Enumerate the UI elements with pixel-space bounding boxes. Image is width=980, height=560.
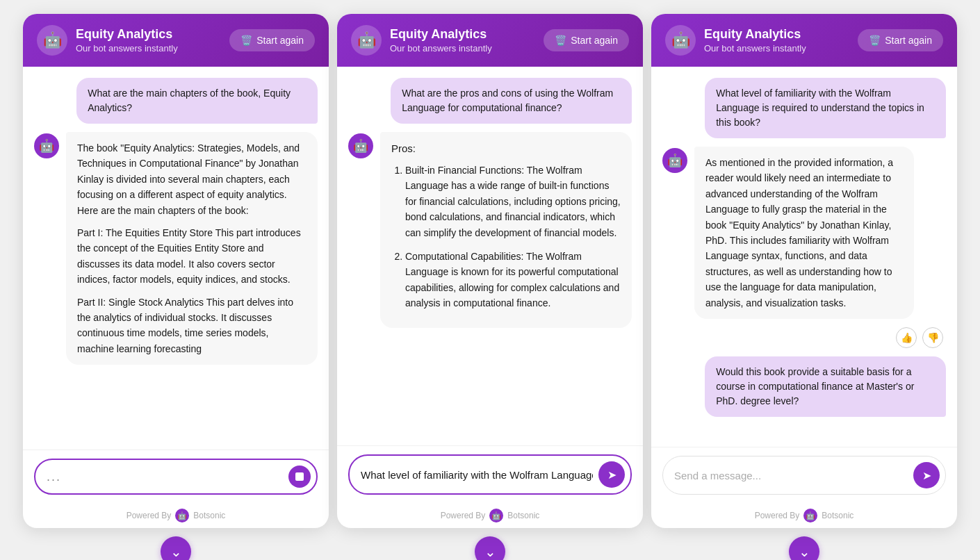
widget-wrapper-2: 🤖 Equity Analytics Our bot answers insta…	[337, 14, 643, 560]
input-wrapper-2: ➤	[348, 454, 632, 495]
botsonic-name-2: Botsonic	[507, 511, 539, 520]
scroll-down-button-1[interactable]: ⌄	[161, 536, 191, 560]
bot-message-2: Pros: Built-in Financial Functions: The …	[380, 132, 632, 328]
chat-widget-3: 🤖 Equity Analytics Our bot answers insta…	[651, 14, 957, 528]
start-again-label-3: Start again	[885, 35, 932, 46]
send-icon-3: ➤	[922, 469, 931, 482]
chevron-down-icon-2: ⌄	[484, 543, 496, 560]
user-message-3-0: What level of familiarity with the Wolfr…	[705, 78, 946, 138]
powered-by-label-2: Powered By	[441, 511, 486, 520]
powered-by-label-3: Powered By	[755, 511, 800, 520]
header-text-2: Equity Analytics Our bot answers instant…	[390, 27, 492, 54]
chat-messages-3: What level of familiarity with the Wolfr…	[651, 67, 957, 447]
send-button-2[interactable]: ➤	[598, 461, 625, 488]
typing-dots-1: ...	[47, 470, 61, 484]
bot-para-1-1: Part I: The Equities Entity Store This p…	[77, 225, 307, 288]
scroll-down-button-2[interactable]: ⌄	[475, 536, 505, 560]
pros-label-2: Pros:	[391, 140, 621, 157]
bot-icon-2: 🤖	[348, 133, 373, 158]
botsonic-logo-3: 🤖	[803, 509, 817, 522]
bot-avatar-3: 🤖	[665, 25, 696, 56]
chat-header-3: 🤖 Equity Analytics Our bot answers insta…	[651, 14, 957, 67]
list-item-2-0: Built-in Financial Functions: The Wolfra…	[405, 163, 621, 240]
trash-icon-3: 🗑️	[869, 35, 881, 46]
powered-by-3: Powered By 🤖 Botsonic	[651, 503, 957, 528]
chat-input-2[interactable]	[361, 469, 593, 481]
widget-wrapper-3: 🤖 Equity Analytics Our bot answers insta…	[651, 14, 957, 560]
list-item-2-1: Computational Capabilities: The Wolfram …	[405, 249, 621, 311]
header-subtitle-1: Our bot answers instantly	[76, 43, 178, 53]
chat-input-area-2: ➤	[337, 445, 643, 503]
header-title-2: Equity Analytics	[390, 27, 492, 42]
header-subtitle-3: Our bot answers instantly	[704, 43, 806, 53]
user-message-3-1: Would this book provide a suitable basis…	[705, 356, 946, 417]
stop-icon-1	[295, 472, 304, 481]
start-again-label-2: Start again	[571, 35, 618, 46]
chat-header-2: 🤖 Equity Analytics Our bot answers insta…	[337, 14, 643, 67]
start-again-button-3[interactable]: 🗑️ Start again	[858, 29, 943, 51]
botsonic-logo-2: 🤖	[489, 509, 503, 522]
chat-header-1: 🤖 Equity Analytics Our bot answers insta…	[23, 14, 329, 67]
send-button-3[interactable]: ➤	[913, 462, 940, 488]
header-left-3: 🤖 Equity Analytics Our bot answers insta…	[665, 25, 806, 56]
input-wrapper-3: ➤	[662, 456, 946, 495]
stop-button-1[interactable]	[288, 466, 311, 488]
send-icon-2: ➤	[607, 468, 616, 481]
header-title-3: Equity Analytics	[704, 27, 806, 42]
header-left-2: 🤖 Equity Analytics Our bot answers insta…	[351, 25, 492, 56]
chat-messages-2: What are the pros and cons of using the …	[337, 67, 643, 445]
bot-para-1-0: The book "Equity Analytics: Strategies, …	[77, 140, 307, 218]
user-message-2: What are the pros and cons of using the …	[391, 78, 632, 124]
bot-message-row-3: 🤖 As mentioned in the provided informati…	[662, 147, 946, 348]
bot-message-row-2: 🤖 Pros: Built-in Financial Functions: Th…	[348, 132, 632, 328]
pros-list-2: Built-in Financial Functions: The Wolfra…	[391, 163, 621, 311]
thumbs-up-button-3[interactable]: 👍	[896, 327, 917, 348]
powered-by-label-1: Powered By	[126, 511, 172, 520]
bot-avatar-1: 🤖	[37, 25, 67, 56]
chat-input-area-1: ...	[23, 450, 329, 503]
bot-message-3: As mentioned in the provided information…	[694, 147, 914, 319]
thumbs-down-button-3[interactable]: 👎	[922, 327, 943, 348]
bot-message-1: The book "Equity Analytics: Strategies, …	[66, 132, 318, 365]
input-wrapper-1: ...	[34, 459, 318, 495]
botsonic-name-3: Botsonic	[822, 511, 854, 520]
bot-para-1-2: Part II: Single Stock Analytics This par…	[77, 295, 307, 357]
start-again-button-2[interactable]: 🗑️ Start again	[544, 29, 629, 51]
header-text-3: Equity Analytics Our bot answers instant…	[704, 27, 806, 54]
chat-input-3[interactable]	[674, 470, 908, 481]
bot-icon-1: 🤖	[34, 133, 59, 158]
chat-widget-1: 🤖 Equity Analytics Our bot answers insta…	[23, 14, 329, 528]
chat-widget-2: 🤖 Equity Analytics Our bot answers insta…	[337, 14, 643, 528]
powered-by-2: Powered By 🤖 Botsonic	[337, 503, 643, 528]
trash-icon-2: 🗑️	[555, 35, 566, 46]
header-title-1: Equity Analytics	[76, 27, 178, 42]
header-left-1: 🤖 Equity Analytics Our bot answers insta…	[37, 25, 178, 56]
start-again-button-1[interactable]: 🗑️ Start again	[229, 29, 315, 51]
thumbs-row-3: 👍 👎	[694, 327, 946, 348]
bot-avatar-2: 🤖	[351, 25, 382, 56]
bot-message-wrapper-3: As mentioned in the provided information…	[694, 147, 946, 348]
chat-messages-1: What are the main chapters of the book, …	[23, 67, 329, 450]
trash-icon-1: 🗑️	[240, 35, 252, 46]
header-text-1: Equity Analytics Our bot answers instant…	[76, 27, 178, 54]
chat-input-area-3: ➤	[651, 447, 957, 503]
user-message-1: What are the main chapters of the book, …	[76, 78, 318, 124]
scroll-down-button-3[interactable]: ⌄	[789, 536, 819, 560]
header-subtitle-2: Our bot answers instantly	[390, 43, 492, 53]
botsonic-name-1: Botsonic	[193, 511, 225, 520]
bot-message-row-1: 🤖 The book "Equity Analytics: Strategies…	[34, 132, 318, 365]
start-again-label-1: Start again	[256, 35, 304, 46]
chevron-down-icon-3: ⌄	[799, 543, 810, 560]
chevron-down-icon-1: ⌄	[170, 543, 182, 560]
botsonic-logo-1: 🤖	[175, 509, 189, 522]
bot-icon-3: 🤖	[662, 148, 687, 173]
widget-wrapper-1: 🤖 Equity Analytics Our bot answers insta…	[23, 14, 329, 560]
powered-by-1: Powered By 🤖 Botsonic	[23, 503, 329, 528]
